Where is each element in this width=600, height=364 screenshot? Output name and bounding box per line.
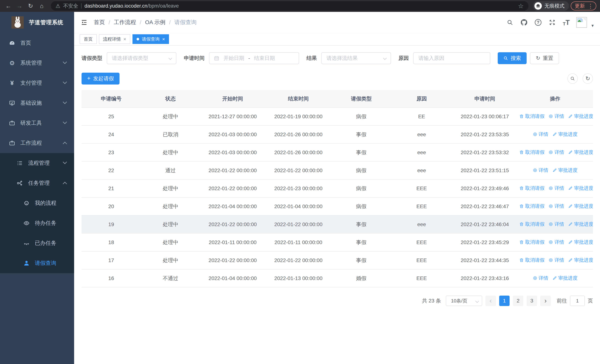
sidebar-item-workflow[interactable]: 工作流程 [0,133,74,153]
breadcrumb-item[interactable]: 工作流程 [114,19,136,26]
create-leave-button[interactable]: + 发起请假 [82,73,120,84]
browser-reload-button[interactable]: ↻ [26,1,35,10]
detail-action-link[interactable]: 详情 [533,275,548,281]
detail-action-link[interactable]: 详情 [548,221,564,227]
progress-action-link[interactable]: 审批进度 [568,113,593,120]
update-label[interactable]: 更新 [575,3,585,9]
bookmark-star-icon[interactable]: ☆ [518,2,524,10]
font-size-icon[interactable]: TT [562,18,570,27]
refresh-table-button[interactable]: ↻ [582,73,593,84]
list-icon [16,159,23,167]
address-bar[interactable]: ⚠ 不安全 dashboard.yudao.iocoder.cn/bpm/oa/… [51,1,528,11]
menu-fold-icon[interactable] [80,18,89,27]
cancel-action-link[interactable]: 取消请假 [519,239,544,245]
page-button-1[interactable]: 1 [499,296,510,306]
reason-input[interactable] [413,52,490,64]
result-select[interactable]: 请选择流结果 [321,52,391,64]
action-label: 审批进度 [558,131,578,138]
tab-流程详情[interactable]: 流程详情× [99,34,130,44]
toggle-search-button[interactable] [567,73,578,84]
detail-action-link[interactable]: 详情 [548,203,564,209]
sidebar-item-leave-query[interactable]: 请假查询 [0,253,74,273]
prev-page-button[interactable]: ‹ [486,296,496,306]
fullscreen-icon[interactable] [548,18,556,27]
pen-icon [568,222,573,226]
column-header: 请假类型 [332,90,391,107]
detail-action-link[interactable]: 详情 [548,257,564,263]
sidebar-item-infra[interactable]: 基础设施 [0,93,74,113]
github-icon[interactable] [520,18,528,27]
progress-action-link[interactable]: 审批进度 [568,185,593,191]
detail-action-link[interactable]: 详情 [548,149,564,156]
goto-page-input[interactable] [570,296,585,306]
close-icon[interactable]: × [162,36,165,42]
filter-apply-time: 申请时间 开始日期 - 结束日期 [184,52,299,64]
cancel-action-link[interactable]: 取消请假 [519,221,544,227]
detail-action-link[interactable]: 详情 [548,113,564,120]
detail-action-link[interactable]: 详情 [548,239,564,245]
progress-action-link[interactable]: 审批进度 [552,275,578,281]
sidebar-item-done-tasks[interactable]: 已办任务 [0,233,74,253]
cancel-action-link[interactable]: 取消请假 [519,203,544,209]
sidebar-item-label: 研发工具 [20,119,42,127]
action-label: 审批进度 [574,203,593,209]
breadcrumb-item[interactable]: OA 示例 [145,19,166,26]
sidebar-item-system[interactable]: ⚙系统管理 [0,53,74,73]
incognito-label: 无痕模式 [544,3,564,9]
apply-time-range-picker[interactable]: 开始日期 - 结束日期 [209,52,299,64]
progress-action-link[interactable]: 审批进度 [568,257,593,263]
leave-type-select[interactable]: 请选择请假类型 [107,52,176,64]
sidebar-item-pay[interactable]: ¥支付管理 [0,73,74,93]
progress-action-link[interactable]: 审批进度 [568,221,593,227]
browser-update-chip[interactable]: 更新 ⋮ [571,1,596,10]
detail-action-link[interactable]: 详情 [533,131,548,138]
cell-reason: eee [391,125,452,143]
next-page-button[interactable]: › [540,296,551,306]
view-icon [548,150,553,155]
detail-action-link[interactable]: 详情 [533,167,548,173]
search-button[interactable]: 搜索 [498,52,527,64]
browser-forward-button[interactable]: → [15,1,24,10]
help-icon[interactable]: ? [534,18,542,27]
browser-home-button[interactable]: ⌂ [37,1,46,10]
cancel-action-link[interactable]: 取消请假 [519,257,544,263]
close-icon[interactable]: × [123,36,126,42]
search-icon[interactable] [506,18,514,27]
progress-action-link[interactable]: 审批进度 [568,239,593,245]
avatar-caret-down-icon[interactable]: ▾ [591,23,594,28]
pagination-total: 共 23 条 [422,297,441,304]
avatar[interactable] [576,17,587,28]
detail-action-link[interactable]: 详情 [548,185,564,191]
calendar-icon [214,56,219,61]
progress-action-link[interactable]: 审批进度 [552,131,578,138]
tab-首页[interactable]: 首页 [80,34,97,44]
browser-back-button[interactable]: ← [4,1,13,10]
cancel-action-link[interactable]: 取消请假 [519,149,544,156]
cell-type: 事假 [332,125,391,143]
chevron-down-icon [63,80,67,84]
progress-action-link[interactable]: 审批进度 [552,167,578,173]
cell-id: 18 [82,233,141,251]
tab-请假查询[interactable]: 请假查询× [132,34,169,44]
page-button-2[interactable]: 2 [513,296,523,306]
sidebar-item-task-manage[interactable]: 任务管理 [0,173,74,193]
sidebar-item-my-process[interactable]: 我的流程 [0,193,74,213]
browser-menu-kebab-icon[interactable]: ⋮ [588,3,593,9]
sidebar-logo-row[interactable]: 芋道管理系统 [0,12,74,33]
reset-button[interactable]: ↻ 重置 [530,52,559,64]
sidebar-item-todo-tasks[interactable]: 待办任务 [0,213,74,233]
table-row: 17处理中2022-01-22 00:00:002022-01-22 00:00… [82,251,593,269]
page-button-3[interactable]: 3 [527,296,537,306]
sidebar-item-home[interactable]: 首页 [0,33,74,53]
sidebar-item-dev-tools[interactable]: 研发工具 [0,113,74,133]
progress-action-link[interactable]: 审批进度 [568,203,593,209]
sidebar-item-label: 首页 [20,39,31,47]
cancel-action-link[interactable]: 取消请假 [519,113,544,120]
breadcrumb-item[interactable]: 首页 [94,19,105,26]
sidebar-item-process-manage[interactable]: 流程管理 [0,153,74,173]
cancel-action-link[interactable]: 取消请假 [519,185,544,191]
progress-action-link[interactable]: 审批进度 [568,149,593,156]
page-size-select[interactable]: 10条/页 [446,296,482,306]
cell-reason: EEE [391,233,452,251]
chevron-down-icon [383,56,387,60]
